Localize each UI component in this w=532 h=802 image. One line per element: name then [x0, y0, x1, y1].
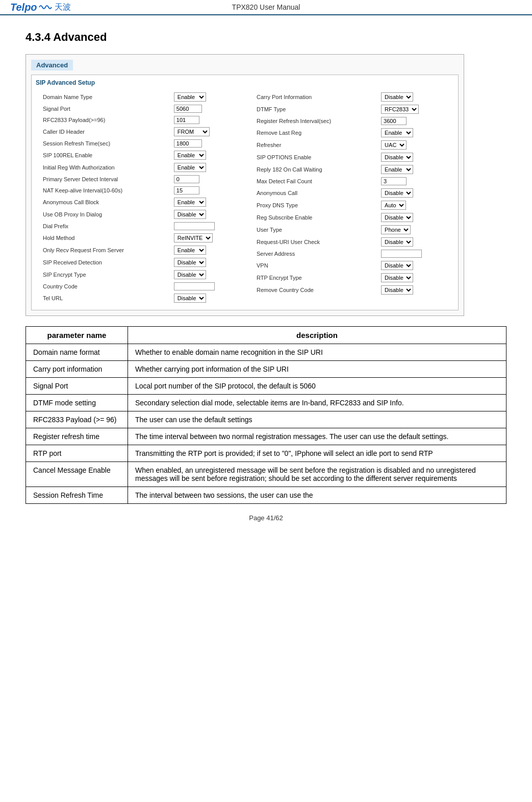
- sip-row-vpn: VPN DisableEnable: [254, 260, 450, 271]
- table-cell-param: Signal Port: [26, 378, 128, 395]
- label-user-type: User Type: [254, 224, 377, 235]
- sip-row-domain: Domain Name Type EnableDisable: [40, 91, 241, 103]
- table-row: Session Refresh TimeThe interval between…: [26, 487, 506, 504]
- sip-row-max-detect: Max Detect Fail Count: [254, 176, 450, 186]
- label-country-code: Country Code: [40, 281, 170, 291]
- sip-row-initial-reg: Initial Reg With Authorization EnableDis…: [40, 162, 241, 173]
- select-user-type[interactable]: Phone: [381, 225, 411, 234]
- value-request-uri: DisableEnable: [378, 236, 450, 248]
- select-remove-last-reg[interactable]: EnableDisable: [381, 128, 413, 137]
- select-refresher[interactable]: UACUAS: [381, 140, 407, 150]
- label-caller-id: Caller ID Header: [40, 126, 170, 137]
- sip-row-reply182: Reply 182 On Call Waiting EnableDisable: [254, 164, 450, 175]
- value-hold-method: ReINVITE: [171, 232, 241, 244]
- table-body: Domain name formatWhether to enable doma…: [26, 344, 506, 504]
- label-options-enable: SIP OPTIONS Enable: [254, 152, 377, 163]
- sip-left-table: Domain Name Type EnableDisable Signal Po…: [39, 90, 242, 305]
- panel-title: Advanced: [31, 60, 73, 70]
- select-reply182[interactable]: EnableDisable: [381, 165, 413, 174]
- select-ob-proxy[interactable]: DisableEnable: [174, 210, 206, 219]
- value-sip-received: DisableEnable: [171, 257, 241, 268]
- value-rfc2833: [171, 115, 241, 125]
- sip-row-options-enable: SIP OPTIONS Enable DisableEnable: [254, 152, 450, 163]
- input-signal-port[interactable]: [174, 105, 202, 113]
- sip-row-server-address: Server Address: [254, 249, 450, 259]
- select-initial-reg[interactable]: EnableDisable: [174, 163, 206, 172]
- select-dtmf-type[interactable]: RFC2833In-bandSIP Info: [381, 105, 419, 114]
- label-rfc2833: RFC2833 Payload(>=96): [40, 115, 170, 125]
- select-vpn[interactable]: DisableEnable: [381, 261, 413, 270]
- label-recv-request: Only Recv Request From Server: [40, 245, 170, 256]
- label-sip-received: SIP Received Detection: [40, 257, 170, 268]
- sip-row-register-refresh: Register Refresh Interval(sec): [254, 116, 450, 126]
- input-country-code[interactable]: [174, 282, 215, 290]
- sip-row-recv-request: Only Recv Request From Server EnableDisa…: [40, 245, 241, 256]
- select-reg-subscribe[interactable]: DisableEnable: [381, 213, 413, 222]
- table-row: Cancel Message EnableWhen enabled, an un…: [26, 462, 506, 487]
- table-cell-param: Cancel Message Enable: [26, 462, 128, 487]
- select-tel-url[interactable]: DisableEnable: [174, 294, 206, 303]
- sip-row-signal-port: Signal Port: [40, 104, 241, 114]
- label-max-detect: Max Detect Fail Count: [254, 176, 377, 186]
- select-rtp-encrypt[interactable]: DisableEnable: [381, 273, 413, 282]
- sip-right-col: Carry Port Information DisableEnable DTM…: [245, 89, 454, 306]
- input-nat-keepalive[interactable]: [174, 186, 199, 195]
- label-ob-proxy: Use OB Proxy In Dialog: [40, 209, 170, 220]
- value-country-code: [171, 281, 241, 291]
- sip-row-proxy-dns: Proxy DNS Type Auto: [254, 200, 450, 211]
- table-row: Carry port informationWhether carrying p…: [26, 361, 506, 378]
- header: Telpo 天波 TPX820 User Manual: [0, 0, 532, 15]
- select-request-uri[interactable]: DisableEnable: [381, 237, 413, 247]
- input-register-refresh[interactable]: [381, 117, 407, 125]
- select-remove-country[interactable]: DisableEnable: [381, 285, 413, 295]
- table-cell-param: Register refresh time: [26, 428, 128, 445]
- input-server-address[interactable]: [381, 250, 422, 258]
- table-cell-desc: Whether to enable domain name recognitio…: [128, 344, 506, 361]
- select-proxy-dns[interactable]: Auto: [381, 201, 406, 210]
- value-session-refresh: [171, 138, 241, 149]
- sip-advanced-setup: SIP Advanced Setup Domain Name Type Enab…: [31, 75, 459, 310]
- select-carry-port[interactable]: DisableEnable: [381, 92, 413, 102]
- table-row: RTP portTransmitting the RTP port is pro…: [26, 445, 506, 462]
- select-anon-block[interactable]: EnableDisable: [174, 198, 206, 207]
- sip-row-nat-keepalive: NAT Keep-alive Interval(10-60s): [40, 185, 241, 196]
- value-dtmf-type: RFC2833In-bandSIP Info: [378, 104, 450, 115]
- select-100rel[interactable]: EnableDisable: [174, 151, 206, 160]
- table-cell-param: Carry port information: [26, 361, 128, 378]
- sip-row-hold-method: Hold Method ReINVITE: [40, 232, 241, 244]
- sip-row-dtmf-type: DTMF Type RFC2833In-bandSIP Info: [254, 104, 450, 115]
- select-options-enable[interactable]: DisableEnable: [381, 153, 413, 162]
- input-rfc2833[interactable]: [174, 116, 199, 124]
- value-carry-port: DisableEnable: [378, 91, 450, 103]
- label-remove-country: Remove Country Code: [254, 284, 377, 296]
- value-refresher: UACUAS: [378, 139, 450, 151]
- value-initial-reg: EnableDisable: [171, 162, 241, 173]
- label-proxy-dns: Proxy DNS Type: [254, 200, 377, 211]
- value-max-detect: [378, 176, 450, 186]
- select-domain-name-type[interactable]: EnableDisable: [174, 92, 206, 102]
- select-anon-call[interactable]: DisableEnable: [381, 188, 413, 198]
- value-options-enable: DisableEnable: [378, 152, 450, 163]
- input-primary-server[interactable]: [174, 175, 199, 183]
- value-dial-prefix: [171, 221, 241, 231]
- label-reg-subscribe: Reg Subscribe Enable: [254, 212, 377, 223]
- select-sip-received[interactable]: DisableEnable: [174, 258, 206, 267]
- label-tel-url: Tel URL: [40, 293, 170, 304]
- main-content: 4.3.4 Advanced Advanced SIP Advanced Set…: [0, 15, 532, 532]
- label-anon-call: Anonymous Call: [254, 187, 377, 199]
- input-max-detect[interactable]: [381, 177, 407, 185]
- select-caller-id[interactable]: FROM: [174, 127, 210, 136]
- input-session-refresh[interactable]: [174, 139, 202, 148]
- sip-row-dial-prefix: Dial Prefix: [40, 221, 241, 231]
- header-title: TPX820 User Manual: [232, 3, 300, 11]
- select-hold-method[interactable]: ReINVITE: [174, 233, 213, 242]
- input-dial-prefix[interactable]: [174, 222, 215, 230]
- select-sip-encrypt[interactable]: DisableEnable: [174, 270, 206, 279]
- label-hold-method: Hold Method: [40, 232, 170, 244]
- sip-row-anon-call: Anonymous Call DisableEnable: [254, 187, 450, 199]
- footer: Page 41/62: [26, 514, 506, 522]
- select-recv-request[interactable]: EnableDisable: [174, 246, 206, 255]
- sip-row-sip-received: SIP Received Detection DisableEnable: [40, 257, 241, 268]
- description-table: parameter name description Domain name f…: [26, 326, 506, 504]
- value-nat-keepalive: [171, 185, 241, 196]
